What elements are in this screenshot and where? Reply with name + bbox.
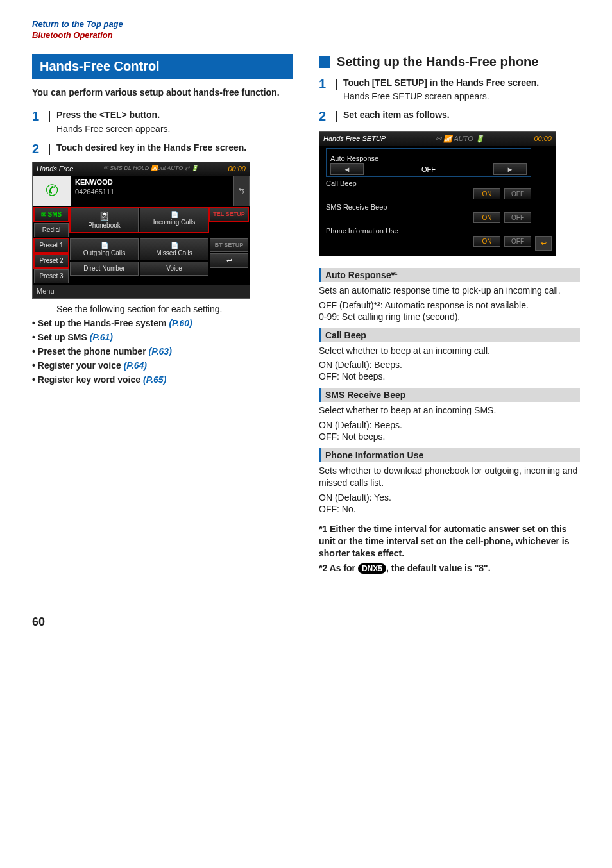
call-beep-opt1: ON (Default): Beeps.: [319, 360, 580, 370]
step-number: 1: [319, 77, 329, 92]
auto-response-value: OFF: [369, 165, 488, 173]
menu-bar[interactable]: Menu: [33, 285, 250, 298]
step-number: 2: [319, 109, 329, 124]
section-link[interactable]: Bluetooth Operation: [32, 30, 580, 41]
redial-button[interactable]: Redial: [34, 223, 69, 237]
page-link[interactable]: (P.60): [169, 318, 192, 328]
bullet-preset-phone: Preset the phone number (P.63): [32, 346, 293, 356]
avatar-icon: ✆: [33, 176, 71, 206]
auto-response-label: Auto Response: [330, 154, 527, 162]
sms-beep-opt2: OFF: Not beeps.: [319, 431, 580, 442]
page-link[interactable]: (P.64): [124, 360, 147, 371]
subsection-title: Setting up the Hands-Free phone: [337, 54, 580, 69]
incoming-calls-button[interactable]: 📄Incoming Calls: [140, 208, 208, 233]
bullet-setup-sms: Set up SMS (P.61): [32, 332, 293, 342]
page-link[interactable]: (P.63): [149, 346, 172, 356]
phone-info-label: Phone Information Use: [326, 227, 531, 235]
step-title: Set each item as follows.: [343, 109, 580, 121]
bullet-register-voice: Register your voice (P.64): [32, 360, 293, 371]
tel-setup-button[interactable]: TEL SETUP: [210, 208, 248, 221]
hands-free-screenshot: Hands Free ✉ SMS DL HOLD 📶out AUTO ⇄ 🔋 0…: [32, 162, 250, 299]
page-link[interactable]: (P.61): [90, 332, 113, 342]
call-beep-off[interactable]: OFF: [504, 188, 531, 199]
bt-setup-button[interactable]: BT SETUP: [210, 238, 248, 252]
content-columns: Hands-Free Control You can perform vario…: [32, 54, 580, 577]
preset1-button[interactable]: Preset 1: [34, 238, 69, 253]
outgoing-calls-button[interactable]: 📄Outgoing Calls: [70, 238, 139, 260]
phone-info-opt1: ON (Default): Yes.: [319, 492, 580, 503]
return-to-top-link[interactable]: Return to the Top page: [32, 19, 580, 30]
phone-info-opt2: OFF: No.: [319, 504, 580, 514]
bullet-register-keyword: Register key word voice (P.65): [32, 374, 293, 385]
sms-beep-off[interactable]: OFF: [504, 212, 531, 223]
voice-button[interactable]: Voice: [140, 262, 208, 276]
step-subtext: Hands Free screen appears.: [56, 124, 293, 134]
right-step-2: 2 Set each item as follows.: [319, 109, 580, 124]
bullet-setup-handsfree: Set up the Hands-Free system (P.60): [32, 318, 293, 328]
contact-name: KENWOOD: [75, 178, 229, 187]
left-step-2: 2 Touch desired key in the Hands Free sc…: [32, 142, 293, 156]
ss2-title: Hands Free SETUP: [323, 135, 386, 143]
step-divider: [336, 111, 337, 122]
missed-calls-button[interactable]: 📄Missed Calls: [140, 238, 208, 260]
next-arrow-button[interactable]: [493, 163, 527, 175]
step-title: Touch desired key in the Hands Free scre…: [56, 142, 293, 153]
auto-response-opt2: 0-99: Set calling ring time (second).: [319, 312, 580, 322]
auto-response-opt1: OFF (Default)*²: Automatic response is n…: [319, 300, 580, 310]
footnote-1: *1 Either the time interval for automati…: [319, 523, 580, 560]
right-step-1: 1 Touch [TEL SETUP] in the Hands Free sc…: [319, 77, 580, 101]
back-button[interactable]: ↩: [535, 236, 552, 251]
call-beep-opt2: OFF: Not beeps.: [319, 371, 580, 381]
direct-number-button[interactable]: Direct Number: [70, 262, 139, 276]
step-number: 2: [32, 142, 42, 156]
sms-beep-desc: Select whether to beep at an incoming SM…: [319, 405, 580, 417]
sms-beep-opt1: ON (Default): Beeps.: [319, 420, 580, 430]
left-column: Hands-Free Control You can perform vario…: [32, 54, 293, 388]
phone-info-off[interactable]: OFF: [504, 236, 531, 247]
footnote-2: *2 As for DNX5, the default value is "8"…: [319, 562, 580, 574]
dnx-badge: DNX5: [358, 563, 386, 574]
ss2-time: 00:00: [534, 135, 552, 143]
page-link[interactable]: (P.65): [143, 374, 166, 385]
right-column: Setting up the Hands-Free phone 1 Touch …: [319, 54, 580, 577]
phonebook-button[interactable]: 📓Phonebook: [70, 208, 139, 233]
call-beep-header: Call Beep: [319, 328, 580, 342]
step-title: Touch [TEL SETUP] in the Hands Free scre…: [343, 77, 580, 88]
left-step-1: 1 Press the <TEL> button. Hands Free scr…: [32, 109, 293, 133]
blue-square-icon: [319, 56, 330, 68]
phone-info-desc: Sets whether to download phonebook for o…: [319, 465, 580, 490]
auto-response-header: Auto Response*¹: [319, 268, 580, 282]
ss-title: Hands Free: [37, 165, 73, 173]
intro-text: You can perform various setup about hand…: [32, 87, 293, 99]
page-number: 60: [32, 615, 580, 629]
step-subtext: Hands Free SETUP screen appears.: [343, 91, 580, 101]
preset3-button[interactable]: Preset 3: [34, 269, 69, 283]
sms-button[interactable]: ✉ SMS: [34, 208, 69, 222]
hands-free-setup-screenshot: Hands Free SETUP ✉ 📶 AUTO 🔋 00:00 Auto R…: [319, 131, 556, 256]
call-beep-label: Call Beep: [326, 179, 531, 187]
phone-info-header: Phone Information Use: [319, 448, 580, 462]
top-links: Return to the Top page Bluetooth Operati…: [32, 19, 580, 41]
ss2-status-icons: ✉ 📶 AUTO 🔋: [436, 135, 484, 143]
sms-beep-label: SMS Receive Beep: [326, 203, 531, 211]
auto-response-desc: Sets an automatic response time to pick-…: [319, 285, 580, 297]
sms-beep-header: SMS Receive Beep: [319, 388, 580, 402]
ss-status-icons: ✉ SMS DL HOLD 📶out AUTO ⇄ 🔋: [103, 165, 198, 173]
call-beep-desc: Select whether to beep at an incoming ca…: [319, 345, 580, 358]
step-divider: [49, 111, 50, 122]
preset2-button[interactable]: Preset 2: [34, 254, 69, 268]
step-divider: [336, 79, 337, 90]
subsection-heading: Setting up the Hands-Free phone: [319, 54, 580, 69]
contact-number: 0426465111: [75, 188, 229, 196]
see-following-text: See the following section for each setti…: [56, 304, 293, 314]
phone-info-on[interactable]: ON: [473, 236, 500, 247]
prev-arrow-button[interactable]: [330, 163, 364, 175]
sms-beep-on[interactable]: ON: [473, 212, 500, 223]
swap-icon[interactable]: ⇆: [233, 176, 250, 206]
ss-time: 00:00: [228, 165, 246, 173]
back-button[interactable]: ↩: [210, 253, 248, 268]
call-beep-on[interactable]: ON: [473, 188, 500, 199]
hands-free-control-heading: Hands-Free Control: [32, 54, 293, 79]
step-title: Press the <TEL> button.: [56, 109, 293, 121]
step-divider: [49, 144, 50, 155]
